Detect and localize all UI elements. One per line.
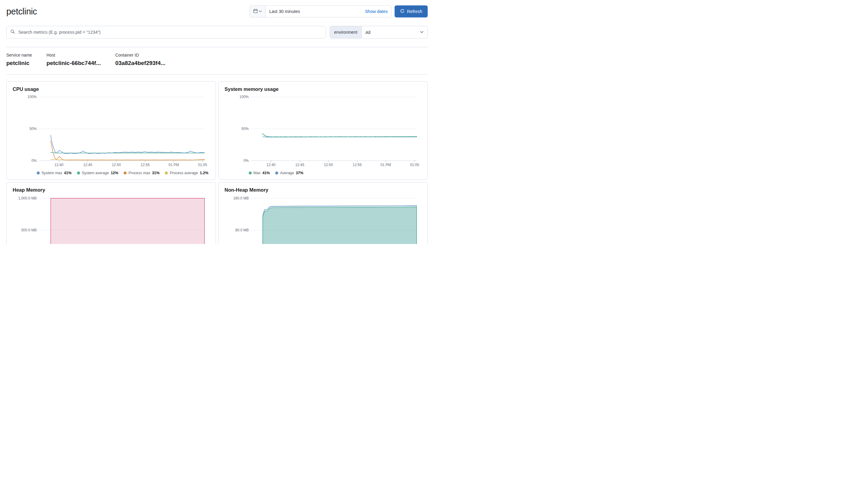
- apm-service-metrics-page: petclinic Last 30 minutes Show dates: [0, 0, 434, 244]
- quick-select-button[interactable]: [250, 6, 266, 17]
- legend-dot: [275, 172, 278, 175]
- chevron-down-icon: [259, 9, 262, 14]
- system-memory-chart[interactable]: 0%50%100%12:4012:4512:5012:5501 PM01:05: [225, 94, 421, 167]
- meta-value: petclinic: [6, 60, 32, 66]
- meta-value: petclinic-66bc744f...: [46, 60, 101, 66]
- meta-label: Container ID: [115, 53, 165, 58]
- legend-dot: [165, 172, 168, 175]
- search-input[interactable]: [18, 29, 322, 35]
- legend-item[interactable]: Process max31%: [124, 171, 159, 175]
- legend-dot: [249, 172, 252, 175]
- environment-selected-value: All: [365, 30, 371, 35]
- heap-memory-chart[interactable]: 500.0 MB1,000.0 MB: [12, 195, 209, 244]
- svg-text:01 PM: 01 PM: [168, 163, 179, 167]
- svg-text:0%: 0%: [243, 158, 249, 163]
- environment-filter: environment All: [330, 26, 428, 38]
- chart-title: Heap Memory: [12, 187, 210, 193]
- chart-legend: Max41%Average37%: [249, 171, 422, 175]
- legend-series-name: Max: [253, 171, 261, 175]
- chart-card-non-heap-memory: Non-Heap Memory 80.0 MB160.0 MB: [218, 182, 428, 244]
- chart-legend: System max41%System average12%Process ma…: [37, 171, 210, 175]
- search-row: environment All: [6, 26, 428, 38]
- meta-label: Service name: [6, 53, 32, 58]
- svg-text:12:55: 12:55: [352, 163, 362, 167]
- chart-title: CPU usage: [12, 86, 210, 92]
- meta-service-name: Service name petclinic: [6, 53, 32, 66]
- calendar-icon: [253, 9, 258, 14]
- service-metadata: Service name petclinic Host petclinic-66…: [6, 47, 428, 74]
- time-range-label: Last 30 minutes: [269, 9, 300, 14]
- legend-dot: [124, 172, 127, 175]
- legend-item[interactable]: System average12%: [77, 171, 118, 175]
- refresh-icon: [400, 9, 405, 14]
- svg-text:1,000.0 MB: 1,000.0 MB: [18, 196, 37, 201]
- non-heap-memory-chart[interactable]: 80.0 MB160.0 MB: [225, 195, 421, 244]
- svg-text:50%: 50%: [29, 127, 37, 131]
- cpu-usage-chart[interactable]: 0%50%100%12:4012:4512:5012:5501 PM01:05: [12, 94, 209, 167]
- service-title: petclinic: [6, 7, 37, 17]
- svg-text:01:05: 01:05: [410, 163, 419, 167]
- svg-text:12:40: 12:40: [55, 163, 63, 167]
- legend-series-name: Average: [280, 171, 294, 175]
- legend-series-value: 12%: [111, 171, 118, 175]
- svg-text:01 PM: 01 PM: [380, 163, 391, 167]
- legend-series-value: 37%: [296, 171, 304, 175]
- legend-item[interactable]: Process average1.2%: [165, 171, 208, 175]
- svg-text:12:45: 12:45: [83, 163, 92, 167]
- date-range-display[interactable]: Last 30 minutes Show dates: [266, 6, 391, 17]
- search-metrics-field[interactable]: [6, 26, 326, 38]
- search-icon: [10, 29, 15, 35]
- svg-text:500.0 MB: 500.0 MB: [21, 228, 37, 232]
- legend-series-name: Process max: [128, 171, 150, 175]
- chart-card-system-memory: System memory usage 0%50%100%12:4012:451…: [218, 81, 428, 180]
- legend-series-name: System average: [82, 171, 109, 175]
- show-dates-link[interactable]: Show dates: [365, 9, 388, 14]
- chart-title: System memory usage: [225, 86, 422, 92]
- legend-series-value: 41%: [64, 171, 71, 175]
- date-controls: Last 30 minutes Show dates Refresh: [250, 5, 428, 18]
- refresh-label: Refresh: [407, 9, 422, 14]
- svg-text:100%: 100%: [239, 95, 249, 99]
- environment-select[interactable]: All: [362, 26, 427, 38]
- chart-title: Non-Heap Memory: [225, 187, 422, 193]
- svg-text:12:50: 12:50: [323, 163, 333, 167]
- svg-text:01:05: 01:05: [198, 163, 207, 167]
- svg-text:12:55: 12:55: [141, 163, 150, 167]
- svg-text:0%: 0%: [32, 158, 37, 163]
- page-header: petclinic Last 30 minutes Show dates: [6, 5, 428, 18]
- legend-series-value: 1.2%: [200, 171, 209, 175]
- svg-text:12:40: 12:40: [266, 163, 275, 167]
- chart-card-heap-memory: Heap Memory 500.0 MB1,000.0 MB: [6, 182, 216, 244]
- legend-series-name: Process average: [169, 171, 198, 175]
- meta-value: 03a82a4bef293f4...: [115, 60, 165, 66]
- chevron-down-icon: [420, 30, 424, 35]
- super-date-picker: Last 30 minutes Show dates: [250, 5, 392, 18]
- meta-label: Host: [46, 53, 101, 58]
- legend-dot: [37, 172, 40, 175]
- meta-container-id: Container ID 03a82a4bef293f4...: [115, 53, 165, 66]
- environment-filter-label: environment: [330, 26, 362, 38]
- svg-text:12:50: 12:50: [112, 163, 121, 167]
- meta-host: Host petclinic-66bc744f...: [46, 53, 101, 66]
- legend-item[interactable]: Average37%: [275, 171, 303, 175]
- svg-text:160.0 MB: 160.0 MB: [233, 196, 248, 201]
- legend-series-name: System max: [41, 171, 62, 175]
- svg-text:80.0 MB: 80.0 MB: [235, 228, 249, 232]
- svg-text:12:45: 12:45: [295, 163, 304, 167]
- svg-text:50%: 50%: [241, 127, 248, 131]
- legend-dot: [77, 172, 80, 175]
- refresh-button[interactable]: Refresh: [395, 5, 428, 18]
- svg-text:100%: 100%: [27, 95, 37, 99]
- chart-card-cpu-usage: CPU usage 0%50%100%12:4012:4512:5012:550…: [6, 81, 216, 180]
- charts-grid: CPU usage 0%50%100%12:4012:4512:5012:550…: [6, 81, 428, 244]
- legend-series-value: 31%: [152, 171, 159, 175]
- legend-item[interactable]: Max41%: [249, 171, 270, 175]
- legend-series-value: 41%: [262, 171, 270, 175]
- legend-item[interactable]: System max41%: [37, 171, 71, 175]
